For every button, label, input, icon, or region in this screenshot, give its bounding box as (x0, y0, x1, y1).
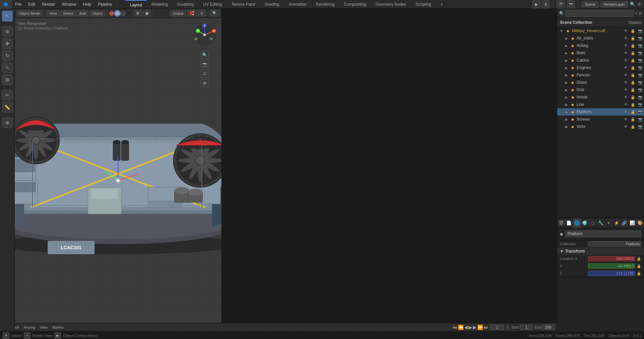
scale-tool[interactable]: ⤡ (2, 62, 13, 73)
toggle-quads-icon[interactable]: ⊞ (201, 79, 209, 87)
lock-z-icon[interactable]: 🔒 (637, 271, 641, 276)
outliner-item-cabins[interactable]: ▶ ◆ Cabins 👁 🔒 📷 (557, 57, 644, 64)
renderlayer-selector[interactable]: RenderLayer (600, 1, 628, 7)
camera-icon[interactable]: 📷 (567, 0, 575, 8)
prop-tab-object[interactable]: ⬡ (589, 218, 597, 228)
proportional-edit[interactable]: ⊙ (198, 10, 206, 16)
play-btn[interactable]: ▶ (532, 0, 540, 8)
outliner-item-glass[interactable]: ▶ ◆ Glass 👁 🔒 📷 (557, 79, 644, 86)
menu-window[interactable]: Window (58, 0, 79, 9)
mode-selector[interactable]: Object Mode (17, 10, 42, 16)
outliner-options-icon[interactable]: ⊞ (639, 11, 642, 16)
menu-pipeline[interactable]: Pipeline (95, 0, 116, 9)
move-tool[interactable]: ✥ (2, 38, 13, 49)
visibility-icon[interactable]: 👁 (624, 102, 629, 107)
render-icon[interactable]: 🎬 (557, 0, 565, 8)
render-icon-sm[interactable]: 📷 (638, 73, 644, 77)
restrict-icon[interactable]: 🔒 (631, 58, 637, 63)
visibility-icon[interactable]: 👁 (624, 65, 629, 70)
render-icon-sm[interactable]: 📷 (638, 58, 644, 63)
render-icon-sm[interactable]: 📷 (638, 66, 644, 70)
render-icon-sm[interactable]: 📷 (638, 51, 644, 55)
outliner-item-engines[interactable]: ▶ ◆ Engines 👁 🔒 📷 (557, 64, 644, 71)
visibility-icon[interactable]: 👁 (624, 28, 629, 33)
outliner[interactable]: ▼ ◆ Military_Hovercraft 👁 🔒 📷 ▶ ◆ Air_in… (557, 27, 644, 217)
visibility-icon[interactable]: 👁 (624, 117, 629, 122)
xray-toggle[interactable]: ▣ (143, 10, 151, 16)
overlay-toggle[interactable]: ⊞ (134, 10, 142, 16)
add-menu[interactable]: Add (77, 10, 89, 16)
play-pause-btn[interactable]: ▶ (469, 325, 472, 330)
outliner-item-air-inlets[interactable]: ▶ ◆ Air_inlets 👁 🔒 📷 (557, 35, 644, 42)
visibility-icon[interactable]: 👁 (624, 73, 629, 77)
prop-tab-particles[interactable]: ✦ (604, 218, 612, 228)
transform-tool[interactable]: ⊞ (2, 74, 13, 85)
tab-compositing[interactable]: Compositing (339, 0, 371, 9)
restrict-icon[interactable]: 🔒 (631, 73, 637, 77)
restrict-icon[interactable]: 🔒 (631, 51, 637, 55)
render-icon-sm[interactable]: 📷 (638, 125, 644, 129)
prop-tab-material[interactable]: 🎨 (636, 218, 644, 228)
measure-tool[interactable]: 📏 (2, 102, 13, 113)
visibility-icon[interactable]: 👁 (624, 95, 629, 99)
annotate-tool[interactable]: ✏ (2, 90, 13, 100)
visibility-icon[interactable]: 👁 (624, 51, 629, 55)
prop-tab-physics[interactable]: ⚡ (612, 218, 621, 228)
camera-view-icon[interactable]: 📷 (201, 60, 209, 68)
scene-selector[interactable]: Scene (582, 1, 598, 7)
render-icon-sm[interactable]: 📷 (638, 80, 644, 85)
prop-tab-scene[interactable]: 🌐 (573, 218, 581, 228)
restrict-icon[interactable]: 🔒 (631, 29, 637, 33)
visibility-icon[interactable]: 👁 (624, 80, 629, 85)
keying-menu[interactable]: Keying (22, 325, 37, 330)
restrict-icon[interactable]: 🔒 (631, 44, 637, 48)
select-tool[interactable]: ↖ (2, 11, 13, 21)
render-icon-sm[interactable]: 📷 (638, 36, 644, 41)
right-mouse-btn[interactable]: ▶ (54, 332, 61, 339)
current-frame-display[interactable]: 1 (490, 325, 504, 330)
search-icon[interactable]: 🔍 (630, 2, 635, 7)
prop-tab-render[interactable]: 🎬 (557, 218, 565, 228)
restrict-icon[interactable]: 🔒 (631, 125, 637, 129)
tab-animation[interactable]: Animation (284, 0, 311, 9)
restrict-icon[interactable]: 🔒 (631, 95, 637, 99)
prev-keyframe-btn[interactable]: ⏪ (458, 325, 464, 330)
add-tool[interactable]: ⊕ (2, 117, 13, 128)
menu-edit[interactable]: Edit (25, 0, 39, 9)
object-menu[interactable]: Object (90, 10, 105, 16)
rotate-tool[interactable]: ↻ (2, 50, 13, 61)
rendered-dot[interactable] (126, 11, 131, 16)
lock-x-icon[interactable]: 🔒 (637, 257, 641, 261)
settings-icon[interactable]: ⚙ (637, 2, 641, 7)
cursor-tool[interactable]: ⊕ (2, 26, 13, 37)
view-menu[interactable]: View (38, 325, 49, 330)
snap-menu[interactable]: 🧲 (187, 10, 197, 16)
view-menu[interactable]: View (47, 10, 59, 16)
visibility-icon[interactable]: 👁 (624, 58, 629, 63)
outliner-item-line[interactable]: ▶ ◆ Line 👁 🔒 📷 (557, 101, 644, 108)
prop-tab-output[interactable]: 📄 (565, 218, 573, 228)
tab-sculpting[interactable]: Sculpting (172, 0, 198, 9)
visibility-icon[interactable]: 👁 (624, 87, 629, 92)
visibility-icon[interactable]: 👁 (624, 36, 629, 41)
tab-shading[interactable]: Shading (260, 0, 284, 9)
menu-render[interactable]: Render (39, 0, 58, 9)
render-icon-sm[interactable]: 📷 (638, 103, 644, 107)
prev-frame-btn[interactable]: ◀ (464, 325, 468, 330)
render-icon-sm[interactable]: 📷 (638, 110, 644, 114)
outliner-filter-icon[interactable]: 🔍 (559, 11, 564, 16)
outliner-item-military-hovercraft[interactable]: ▼ ◆ Military_Hovercraft 👁 🔒 📷 (557, 27, 644, 35)
outliner-item-bolts[interactable]: ▶ ◆ Bolts 👁 🔒 📷 (557, 49, 644, 57)
render-icon-sm[interactable]: 📷 (638, 117, 644, 122)
outliner-item-grid[interactable]: ▶ ◆ Grid 👁 🔒 📷 (557, 86, 644, 93)
visibility-icon[interactable]: 👁 (624, 124, 629, 129)
restrict-icon[interactable]: 🔒 (631, 36, 637, 41)
location-y-value[interactable]: -42.43613 (588, 263, 635, 269)
select-menu[interactable]: Select (61, 10, 76, 16)
tab-scripting[interactable]: Scripting (411, 0, 436, 9)
jump-to-start-btn[interactable]: ⏮ (452, 325, 457, 330)
render-icon-sm[interactable]: 📷 (638, 44, 644, 48)
jump-to-end-btn[interactable]: ⏭ (484, 325, 488, 330)
viewport-3d[interactable]: User Perspective (1) Scene Collection | … (15, 18, 221, 323)
material-preview-dot[interactable] (121, 11, 125, 16)
